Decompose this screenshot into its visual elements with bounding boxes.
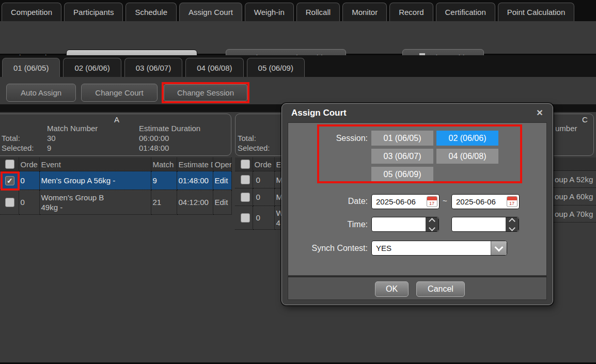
court-c-table-header: [547, 157, 596, 171]
close-icon[interactable]: ✕: [534, 107, 545, 119]
total-label: Total:: [2, 134, 20, 143]
main-tab-bar: Competition Participants Schedule Assign…: [0, 0, 596, 21]
table-row[interactable]: 0 Women's Group B 49kg - 21 04:12:00 Edi…: [0, 190, 231, 215]
session-tab-04[interactable]: 04 (06/08): [185, 58, 243, 77]
chevron-up-icon: [429, 218, 435, 225]
order-cell: 0: [19, 190, 39, 215]
annotation-box-row-checkbox: [1, 171, 20, 191]
column-header-order: Orde: [253, 157, 274, 171]
table-row[interactable]: 0 Men's Group A 56kg - 9 01:48:00 Edit: [0, 171, 231, 190]
row-checkbox[interactable]: [241, 175, 250, 184]
column-header-order: Orde: [19, 157, 39, 171]
tab-certification[interactable]: Certification: [436, 3, 495, 21]
tab-record[interactable]: Record: [389, 3, 433, 21]
column-header-estimate: Estimate D: [177, 157, 213, 171]
tab-competition[interactable]: Competition: [2, 3, 61, 21]
dialog-body: Session: 01 (06/05) 02 (06/06) 03 (06/07…: [288, 122, 547, 276]
tab-monitor[interactable]: Monitor: [342, 3, 387, 21]
change-court-button[interactable]: Change Court: [81, 84, 158, 102]
tab-point-calculation[interactable]: Point Calculation: [498, 3, 575, 21]
column-header-match: Match: [151, 157, 177, 171]
selected-label: Selected:: [2, 144, 34, 152]
time-spinner[interactable]: [426, 217, 438, 231]
session-tab-bar: 01 (06/05) 02 (06/06) 03 (06/07) 04 (06/…: [0, 55, 596, 77]
match-number-header: Match Number: [47, 124, 98, 133]
select-all-checkbox[interactable]: [241, 160, 250, 169]
tab-participants[interactable]: Participants: [64, 3, 123, 21]
dialog-footer: OK Cancel: [288, 276, 547, 300]
match-cell: 21: [151, 190, 177, 215]
session-tab-01[interactable]: 01 (06/05): [2, 58, 60, 77]
order-cell: 0: [253, 171, 274, 188]
event-line1: Women's Group B: [41, 193, 151, 202]
dialog-title: Assign Court: [291, 108, 347, 118]
calendar-icon[interactable]: [507, 196, 517, 207]
select-dropdown-button[interactable]: [491, 241, 507, 255]
toolbar: Assign Mode: By Event Estimate Duration …: [0, 21, 596, 55]
tab-rollcall[interactable]: Rollcall: [296, 3, 340, 21]
date-from-value: 2025-06-06: [376, 197, 416, 206]
synch-contest-value: YES: [376, 244, 391, 252]
total-estimate-duration: 06:00:00: [139, 134, 169, 143]
match-number-header-fragment: umber: [555, 124, 577, 133]
synch-contest-label: Synch Contest:: [299, 244, 368, 253]
table-row[interactable]: oup A 70kg: [547, 205, 596, 223]
calendar-icon[interactable]: [427, 196, 437, 207]
cancel-button[interactable]: Cancel: [416, 281, 465, 297]
column-header-operation: Oper: [213, 157, 231, 171]
order-cell: 0: [19, 171, 39, 190]
change-session-button[interactable]: Change Session: [164, 84, 247, 101]
total-label: Total:: [238, 134, 256, 143]
date-from-input[interactable]: 2025-06-06: [371, 194, 440, 209]
edit-link[interactable]: Edit: [213, 171, 231, 190]
chevron-up-icon: [509, 218, 515, 225]
tab-assign-court[interactable]: Assign Court: [179, 3, 242, 21]
date-to-input[interactable]: 2025-06-06: [451, 194, 520, 209]
date-to-value: 2025-06-06: [456, 197, 496, 206]
assign-court-dialog: Assign Court ✕ Session: 01 (06/05) 02 (0…: [281, 103, 553, 305]
estimate-duration-header: Estimate Duration: [139, 124, 200, 133]
court-a-summary: A Match Number Estimate Duration Total: …: [0, 114, 231, 156]
time-to-input[interactable]: [451, 217, 519, 232]
match-cell: 9: [151, 171, 177, 190]
session-tab-05[interactable]: 05 (06/09): [247, 58, 305, 77]
estimate-cell: 04:12:00: [177, 190, 213, 215]
event-line2: 49kg -: [41, 202, 151, 212]
table-row[interactable]: oup A 60kg: [547, 188, 596, 205]
annotation-box-session-options: [317, 124, 522, 183]
annotation-box-change-session: Change Session: [162, 82, 249, 103]
row-checkbox[interactable]: [241, 193, 250, 202]
court-a-table: Orde Event Match Estimate D Oper 0 Men's…: [0, 157, 232, 215]
chevron-down-icon: [509, 225, 515, 231]
selected-estimate-duration: 01:48:00: [139, 144, 169, 152]
column-header-event: Event: [39, 157, 151, 171]
date-range-separator: ~: [443, 196, 447, 205]
row-checkbox[interactable]: [5, 198, 14, 207]
event-cell: Women's Group B 49kg -: [39, 190, 151, 215]
edit-link[interactable]: Edit: [213, 190, 231, 215]
total-match-number: 30: [47, 134, 56, 143]
court-a-label: A: [114, 115, 119, 124]
time-spinner[interactable]: [506, 217, 519, 231]
event-cell: Men's Group A 56kg -: [39, 171, 151, 190]
selected-match-number: 9: [47, 144, 51, 152]
select-all-checkbox[interactable]: [5, 160, 14, 169]
chevron-down-icon: [495, 243, 504, 251]
row-checkbox[interactable]: [241, 213, 250, 223]
tab-schedule[interactable]: Schedule: [126, 3, 177, 21]
synch-contest-select[interactable]: YES: [371, 241, 507, 256]
app-window: Competition Participants Schedule Assign…: [0, 0, 596, 364]
court-c-label: C: [582, 115, 588, 124]
session-tab-03[interactable]: 03 (06/07): [124, 58, 182, 77]
ok-button[interactable]: OK: [375, 281, 409, 297]
time-label: Time:: [317, 220, 368, 229]
auto-assign-button[interactable]: Auto Assign: [6, 84, 76, 102]
time-from-input[interactable]: [371, 217, 439, 232]
date-label: Date:: [317, 197, 368, 206]
chevron-down-icon: [429, 225, 435, 231]
selected-label: Selected:: [238, 144, 270, 152]
order-cell: 0: [253, 188, 274, 206]
table-row[interactable]: oup A 52kg: [547, 171, 596, 188]
session-tab-02[interactable]: 02 (06/06): [63, 58, 121, 77]
tab-weigh-in[interactable]: Weigh-in: [245, 3, 294, 21]
